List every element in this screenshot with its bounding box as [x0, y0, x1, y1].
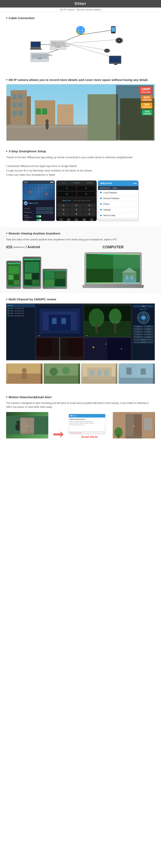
computer-label: COMPUTER [71, 245, 155, 249]
svg-point-141 [27, 426, 28, 427]
svg-point-94 [123, 277, 136, 283]
motion-scene-right [113, 412, 155, 438]
remote-right: COMPUTER [71, 245, 155, 288]
ptz-iris-minus-btn[interactable]: Iris- [133, 336, 143, 338]
keypad-tab-live[interactable]: Live [57, 181, 70, 184]
ptz-up-arrow[interactable]: ▲ [143, 312, 144, 314]
arrow-icon [52, 430, 64, 438]
thumbnail-4 [118, 364, 155, 384]
keep-password-toggle[interactable] [36, 215, 42, 218]
ptz-left-arrow[interactable]: ◄ [138, 317, 140, 318]
channel-dot-3 [7, 315, 9, 316]
smartphone-setup-section: 3-Step Smartphone Setup Thanks to the fr… [0, 145, 161, 227]
cms-channel-2: CAM3 - 192.168.0.109 [6, 312, 35, 315]
key-4[interactable]: 4 [57, 208, 70, 212]
cms-cam-label-2: CAM2 [84, 335, 89, 336]
camera-small-icon[interactable]: 📷 [66, 218, 71, 221]
password-input[interactable] [36, 211, 53, 214]
motion-image: → → [6, 412, 48, 438]
svg-rect-79 [32, 273, 39, 279]
ptz-btn-row-4: Goto Iris+ [133, 333, 154, 335]
menu-device-info: Device Id: 04 online [98, 186, 138, 190]
key-7[interactable]: 7 [57, 212, 70, 216]
menu-item-photos[interactable]: Photos › [98, 202, 138, 207]
cms-monitor: Monitor CAM1 - 192.168.0.101 CAM2 - 192.… [6, 304, 155, 361]
app-phone-header: 9:41 ■■■ [23, 181, 55, 184]
about-help-label: About & Help [103, 214, 115, 217]
ptz-speed-btn[interactable]: Speed [144, 328, 154, 330]
cms-left-panel: Monitor CAM1 - 192.168.0.101 CAM2 - 192.… [6, 304, 35, 360]
menu-item-local-playback[interactable]: Local Playback › [98, 190, 138, 196]
person-icon[interactable]: 👤 [90, 218, 94, 221]
ptz-down-arrow[interactable]: ▼ [143, 321, 144, 323]
channel-dot-0 [7, 308, 9, 309]
keypad-tab-settings[interactable]: Settings [83, 181, 96, 184]
key-5[interactable]: 5 [70, 208, 83, 212]
svg-point-152 [133, 425, 135, 427]
ptz-stop-btn[interactable]: Stop [133, 331, 143, 333]
thumbnails-row [6, 364, 155, 384]
key-1[interactable]: 1 [57, 204, 70, 208]
keypad-tab-playback[interactable]: Playback [70, 181, 83, 184]
cms-right-panel: PTZ 2019-09-09 ▲ ▼ ◄ ► Preset Patrol Aut… [132, 304, 155, 360]
ptz-talkft-btn[interactable]: TALKFT [133, 341, 154, 343]
ptz-btn-row-3: Stop Save [133, 331, 154, 333]
local-playback-icon [100, 192, 102, 193]
photo-icon[interactable]: 🖼 [82, 218, 86, 221]
home-icon[interactable]: ⌂ [59, 218, 63, 221]
ptz-center-button[interactable] [141, 316, 145, 320]
menu-item-remote-playback[interactable]: Remote Playback › [98, 196, 138, 202]
menu-item-settings[interactable]: Settings › [98, 207, 138, 213]
svg-rect-155 [118, 434, 119, 438]
ptz-right-arrow[interactable]: ► [147, 317, 149, 318]
email-header-bar: 📧 Email [69, 414, 105, 417]
multi-channel-title: Multi Channel by CMS/PC review [6, 297, 155, 301]
ptz-advance-btn[interactable]: Advance [133, 339, 154, 341]
chevron-right-icon-2: › [136, 197, 136, 199]
page-subtitle: HD IP Camera · Security Camera System [0, 7, 161, 12]
svg-rect-32 [31, 42, 41, 47]
cloud-toggle[interactable] [36, 219, 42, 221]
remote-viewing-section: Remote Viewing Anytime Anywhere View liv… [0, 227, 161, 293]
channel-label-0: CAM1 - 192.168.0.101 [9, 308, 24, 309]
ptz-focus-plus-btn[interactable]: Focus+ [144, 336, 154, 338]
motion-detection-section: Motion Detection&Email Alert The camera … [0, 391, 161, 442]
email-preview: Motion has been detected at your camera.… [70, 421, 104, 426]
cloud-label: Cloud [24, 219, 35, 221]
svg-point-27 [107, 50, 107, 51]
app-logo: 📷 MEye Tech [23, 200, 55, 206]
svg-text:→: → [40, 424, 43, 427]
key-3[interactable]: 3 [83, 204, 96, 208]
cam-cell-1: + [57, 186, 76, 191]
cam-cell-3: + [57, 192, 76, 197]
tablet-screen [44, 271, 66, 287]
remote-viewing-title: Remote Viewing Anytime Anywhere [6, 231, 155, 236]
ptz-save-btn[interactable]: Save [144, 331, 154, 333]
ptz-preset-btn[interactable]: Preset [133, 326, 143, 328]
svg-rect-100 [61, 318, 66, 324]
svg-point-123 [50, 368, 58, 376]
laptop-base [83, 285, 144, 288]
form-row-userid: User ID: [24, 207, 53, 210]
svg-rect-85 [45, 279, 54, 286]
ptz-iris-plus-btn[interactable]: Iris+ [144, 333, 154, 335]
svg-rect-112 [84, 338, 107, 360]
menu-item-about-help[interactable]: About & Help › [98, 213, 138, 218]
svg-rect-74 [8, 280, 13, 285]
key-2[interactable]: 2 [70, 204, 83, 208]
ptz-auto-btn[interactable]: Auto [133, 328, 143, 330]
key-6[interactable]: 6 [83, 208, 96, 212]
channel-label-1: CAM2 - 192.168.0.108 [9, 310, 24, 312]
ptz-patrol-btn[interactable]: Patrol [144, 326, 154, 328]
motion-right-image [113, 412, 155, 438]
key-8[interactable]: 8 [70, 212, 83, 216]
ptz-goto-btn[interactable]: Goto [133, 333, 143, 335]
svg-rect-75 [14, 280, 19, 285]
about-icon [100, 215, 102, 216]
chevron-right-icon-5: › [136, 214, 136, 217]
email-subject: Motion Detected Alert! [70, 418, 104, 420]
userid-input[interactable] [36, 207, 53, 210]
key-9[interactable]: 9 [83, 212, 96, 216]
settings-small-icon[interactable]: ⚙ [74, 218, 78, 221]
svg-rect-45 [19, 94, 23, 99]
